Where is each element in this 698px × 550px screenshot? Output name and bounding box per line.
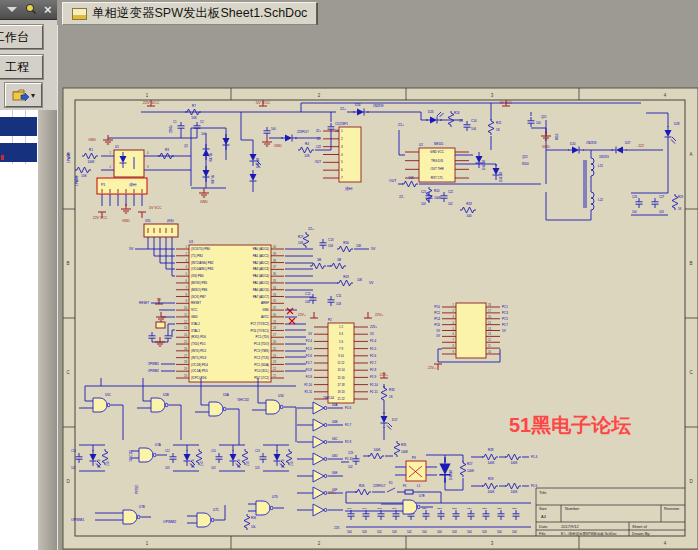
sch-label: (OC1B) PD4	[191, 363, 208, 367]
sch-label: PC3 (TMS)	[254, 349, 269, 353]
sch-label: PC2	[434, 311, 440, 315]
sch-label: C19	[392, 507, 397, 510]
sch-label: -122	[315, 145, 321, 149]
sch-label: U6C	[332, 437, 338, 441]
sch-label: F2-9	[370, 375, 377, 379]
open-file-button[interactable]: ▾	[5, 83, 42, 107]
sch-label: (INT0) PD2	[191, 349, 207, 353]
sch-label: 100	[466, 214, 471, 218]
sch-label: Q1	[184, 144, 188, 148]
sch-label: U7D	[272, 495, 279, 499]
sch-label: 102	[348, 465, 353, 469]
sch-label: PC7 (TOSC2)	[250, 322, 269, 326]
sch-label: C2	[200, 120, 204, 124]
sch-label: IN4746	[211, 175, 215, 184]
component-U4[interactable]	[456, 303, 486, 358]
sch-label: 22V-	[334, 526, 340, 530]
sch-label: GND VCC	[430, 150, 445, 154]
sch-label: Q22	[522, 155, 528, 159]
sch-label: Q21	[541, 115, 547, 119]
sch-label: C17	[362, 507, 367, 510]
panel-row-selected[interactable]	[0, 117, 37, 136]
sch-label: 103	[421, 202, 426, 206]
sch-label: 22V VCC	[93, 216, 108, 220]
sch-label: RESET	[191, 301, 201, 305]
sch-label: 22SP017	[297, 130, 309, 134]
projects-button[interactable]: 工程	[0, 55, 43, 79]
sch-label: 100K	[510, 490, 517, 494]
sch-label: PC0	[434, 305, 440, 309]
sch-label: PA5 (ADC5)	[253, 281, 269, 285]
project-panel[interactable]	[0, 110, 39, 550]
sch-label: 10K	[304, 154, 309, 158]
sch-label: 19 20	[338, 390, 345, 394]
titleblock-date-value: 2017/9/12	[561, 524, 580, 529]
sch-label: VCC	[191, 308, 198, 312]
panel-row-selected[interactable]	[0, 143, 37, 162]
sch-label: R28	[488, 448, 494, 452]
sch-label: 104	[437, 530, 442, 534]
chevron-down-icon[interactable]	[7, 7, 17, 12]
sch-label: R13	[343, 275, 349, 279]
sch-label: PC6	[434, 323, 440, 327]
zone-label: B	[66, 261, 69, 266]
rect	[156, 322, 165, 328]
sch-label: 22-	[399, 195, 405, 199]
sch-label: U6D	[332, 454, 338, 458]
sch-label: 103	[452, 530, 457, 534]
sch-label: (INT2/AIN0) PB2	[191, 261, 214, 265]
sch-label: (SCK) PB7	[191, 295, 206, 299]
sch-label: GND	[262, 308, 270, 312]
sch-label: 1K	[389, 395, 393, 399]
sch-label: 5V VCC	[256, 100, 271, 105]
pin-icon[interactable]	[24, 3, 37, 16]
sch-label: 10K	[81, 174, 86, 178]
sch-label: 103	[482, 530, 487, 534]
sch-label: R21	[496, 121, 502, 125]
sch-label: 100K	[467, 469, 474, 473]
sch-label: 22V+	[380, 373, 388, 377]
sch-label: 8550	[522, 162, 529, 166]
sch-label: L1	[417, 484, 421, 488]
titleblock-file-label: File	[539, 531, 546, 536]
sch-label: GND	[200, 200, 208, 204]
schematic-canvas[interactable]: 12341234ABCDABCDTitleSizeA4NumberRevisio…	[57, 25, 698, 550]
sch-label: 21 22	[338, 397, 345, 401]
panel-splitter[interactable]	[38, 110, 57, 550]
sch-label: OUT	[315, 160, 322, 164]
sch-label: 100K	[487, 490, 494, 494]
sch-label: D24	[355, 103, 361, 107]
sch-label: 103	[298, 241, 303, 245]
sch-label: PA6 (ADC6)	[253, 288, 269, 292]
sch-label: 74HC132	[129, 450, 133, 462]
sch-label: 1N2819	[373, 104, 384, 108]
sch-label: 103	[362, 530, 367, 534]
document-tab[interactable]: 单相逆变器SPW发出板Sheet1.SchDoc	[62, 2, 317, 25]
sch-label: L22	[598, 198, 603, 202]
sch-label: 5V	[371, 247, 376, 251]
close-icon[interactable]: ×	[44, 4, 52, 16]
sch-label: F2-11	[345, 457, 353, 461]
schdoc-icon	[72, 8, 87, 20]
sch-label: PD7 (OC2)	[254, 376, 269, 380]
sch-label: 10K	[408, 176, 413, 180]
sch-label: R23	[466, 202, 472, 206]
sch-label: C14	[471, 119, 477, 123]
sch-label: 5V VCC	[500, 101, 513, 105]
sch-label: F2-6	[370, 354, 377, 358]
sch-label: 22V+	[375, 313, 383, 317]
sch-label: P2	[328, 318, 332, 322]
sch-label: 1N4148	[256, 158, 260, 168]
sch-label: 5V	[369, 281, 374, 285]
sch-label: 5V	[129, 247, 134, 251]
sch-label: R34	[251, 516, 257, 520]
sch-label: 100K	[487, 461, 494, 465]
workspace-button[interactable]: 工作台	[0, 25, 43, 49]
sch-label: PA0 (ADC0)	[253, 247, 269, 251]
panel-titlebar: ×	[0, 0, 57, 20]
titleblock-file-value: E:\...\单相逆变器SPW发出板.SchDoc	[561, 531, 617, 536]
sch-label: F2-6	[345, 406, 352, 410]
component-U3-mcu[interactable]	[189, 245, 271, 382]
sch-label: C12	[165, 449, 170, 453]
sch-label: F2-11	[304, 390, 312, 394]
